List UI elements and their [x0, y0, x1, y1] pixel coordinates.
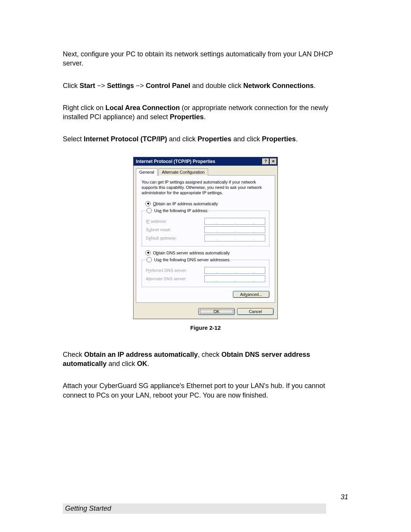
dialog-footer: OK Cancel	[134, 305, 277, 319]
label-alternate-dns: Alternate DNS server:	[146, 276, 186, 281]
radio-label: Obtain DNS server address automatically	[153, 251, 230, 255]
bold: Properties	[262, 135, 296, 143]
tab-panel-general: You can get IP settings assigned automat…	[136, 175, 275, 303]
field-default-gateway: Default gateway: ...	[146, 235, 265, 241]
text: −>	[95, 82, 107, 89]
paragraph-1: Next, configure your PC to obtain its ne…	[63, 50, 348, 68]
paragraph-5: Check Obtain an IP address automatically…	[63, 350, 348, 369]
advanced-row: Advanced...	[142, 291, 269, 298]
radio-obtain-dns-auto[interactable]: Obtain DNS server address automatically	[145, 250, 269, 256]
text: and click	[107, 360, 137, 367]
tcpip-properties-dialog: Internet Protocol (TCP/IP) Properties ? …	[133, 157, 278, 319]
text: Check	[63, 351, 84, 358]
cancel-button[interactable]: Cancel	[237, 308, 274, 315]
text: Right click on	[63, 104, 105, 112]
input-preferred-dns[interactable]: ...	[204, 267, 265, 274]
bold: Control Panel	[146, 82, 190, 89]
paragraph-6: Attach your CyberGuard SG appliance's Et…	[63, 381, 348, 400]
label-subnet-mask: Subnet mask:	[146, 227, 171, 232]
text: , check	[198, 351, 221, 358]
text: .	[314, 82, 315, 89]
tab-strip: General Alternate Configuration	[134, 166, 277, 175]
group-use-following-ip: Use the following IP address: IP address…	[142, 208, 269, 246]
text: and click	[231, 135, 262, 143]
paragraph-4: Select Internet Protocol (TCP/IP) and cl…	[63, 134, 348, 144]
text: −>	[134, 82, 146, 89]
label-ip-address: IP address:	[146, 219, 167, 224]
dialog-title: Internet Protocol (TCP/IP) Properties	[136, 159, 261, 164]
bold: Properties	[198, 135, 231, 143]
radio-label: Use the following DNS server addresses:	[154, 257, 231, 262]
advanced-button[interactable]: Advanced...	[233, 291, 269, 298]
text: .	[147, 360, 149, 367]
text: Click	[63, 82, 80, 89]
text: .	[204, 113, 206, 121]
input-subnet-mask[interactable]: ...	[204, 226, 265, 233]
bold: Obtain an IP address automatically	[84, 351, 198, 358]
bold: Settings	[107, 82, 134, 89]
radio-icon	[147, 257, 152, 262]
field-preferred-dns: Preferred DNS server: ...	[146, 267, 265, 274]
radio-label: Obtain an IP address automatically	[153, 201, 218, 206]
radio-obtain-ip-auto[interactable]: Obtain an IP address automatically	[145, 201, 269, 206]
tab-alternate-configuration[interactable]: Alternate Configuration	[158, 168, 208, 176]
bold: Properties	[170, 113, 204, 121]
figure-caption: Figure 2-12	[63, 324, 348, 331]
label-default-gateway: Default gateway:	[146, 236, 177, 240]
bold: Start	[80, 82, 95, 89]
radio-icon	[145, 250, 151, 256]
radio-use-following-ip[interactable]: Use the following IP address:	[146, 208, 209, 214]
field-ip-address: IP address: ...	[146, 218, 265, 225]
bold: Network Connections	[243, 82, 314, 89]
bold: OK	[137, 360, 147, 367]
footer-section-title: Getting Started	[63, 503, 326, 514]
text: Select	[63, 135, 84, 143]
field-subnet-mask: Subnet mask: ...	[146, 226, 265, 233]
text: and double click	[190, 82, 243, 89]
input-default-gateway[interactable]: ...	[204, 235, 265, 241]
radio-label: Use the following IP address:	[154, 208, 208, 213]
input-alternate-dns[interactable]: ...	[204, 275, 265, 282]
text: and click	[167, 135, 198, 143]
text: .	[296, 135, 298, 143]
tab-general[interactable]: General	[136, 168, 158, 176]
label-preferred-dns: Preferred DNS server:	[146, 268, 187, 273]
radio-use-following-dns[interactable]: Use the following DNS server addresses:	[146, 257, 231, 263]
bold: Internet Protocol (TCP/IP)	[84, 135, 167, 143]
group-use-following-dns: Use the following DNS server addresses: …	[142, 257, 269, 287]
close-button[interactable]: ✕	[270, 158, 277, 165]
radio-icon	[145, 201, 151, 206]
input-ip-address[interactable]: ...	[204, 218, 265, 225]
field-alternate-dns: Alternate DNS server: ...	[146, 275, 265, 282]
help-button[interactable]: ?	[262, 158, 269, 165]
radio-icon	[147, 208, 152, 213]
ok-button[interactable]: OK	[198, 308, 235, 315]
page-number: 31	[63, 493, 348, 501]
document-page: Next, configure your PC to obtain its ne…	[0, 0, 411, 532]
bold: Local Area Connection	[105, 104, 180, 112]
paragraph-2: Click Start −> Settings −> Control Panel…	[63, 81, 348, 90]
page-footer: 31 Getting Started	[63, 493, 348, 514]
paragraph-3: Right click on Local Area Connection (or…	[63, 103, 348, 122]
figure-container: Internet Protocol (TCP/IP) Properties ? …	[63, 157, 348, 319]
dialog-titlebar: Internet Protocol (TCP/IP) Properties ? …	[134, 157, 277, 166]
intro-text: You can get IP settings assigned automat…	[142, 179, 269, 196]
